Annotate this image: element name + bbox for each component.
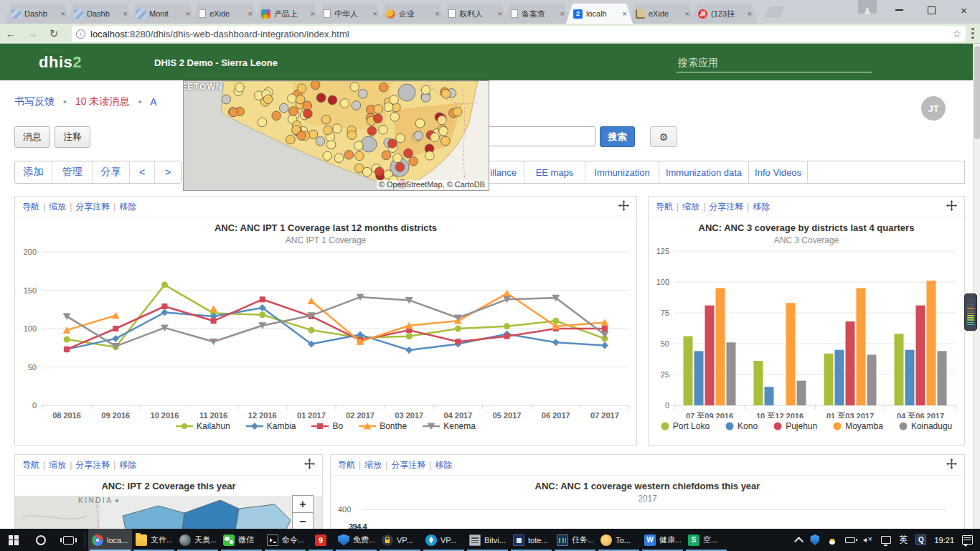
prev-button[interactable]: < [130,161,155,183]
map-popup[interactable]: EETOWN © OpenStreetMap, © CartoDB [183,80,489,191]
tab-close-icon[interactable]: × [309,9,316,18]
dhis-logo[interactable]: dhis2 [39,53,82,72]
tray-expand-icon[interactable] [795,537,804,546]
maximize-button[interactable] [915,0,948,20]
tab-close-icon[interactable]: × [122,9,129,18]
avatar[interactable]: JT [921,96,946,121]
tray-q-badge[interactable]: Q [915,534,926,545]
taskbar-app-10-tote[interactable]: tote... [509,529,553,551]
panel-share-link[interactable]: 分享注释 [709,201,743,213]
dashboard-tab-ee-maps[interactable]: EE maps [524,161,585,183]
tab-close-icon[interactable]: × [496,9,504,18]
line-chart-svg[interactable]: 05010015020008 201609 201610 201611 2016… [15,245,636,418]
tray-volume-muted-icon[interactable] [863,536,873,545]
browser-tab-4[interactable]: 产品上× [254,4,321,24]
action-center-icon[interactable] [962,535,973,545]
scrollbar-thumb[interactable] [974,46,980,139]
panel-zoom-link[interactable]: 缩放 [364,459,382,471]
panel-move-icon[interactable] [618,200,629,213]
add-button[interactable]: 添加 [15,161,52,183]
tray-qq-icon[interactable] [827,534,837,545]
map-zoom-in-button[interactable]: + [292,495,314,513]
taskbar-app-6-shield[interactable]: 免费... [334,529,378,551]
taskbar-app-1-folder[interactable]: 文件... [132,529,176,551]
panel-nav-link[interactable]: 导航 [656,201,673,213]
browser-tab-1[interactable]: Dashb× [67,4,133,24]
legend-item-port-loko[interactable]: Port Loko [661,421,710,431]
panel-remove-link[interactable]: 移除 [119,201,136,213]
omnibox[interactable]: i localhost:8280/dhis/dhis-web-dashboard… [72,26,966,42]
legend-item-koinadugu[interactable]: Koinadugu [899,421,952,431]
reload-button[interactable]: ↻ [43,27,65,40]
browser-tab-2[interactable]: Monit× [129,4,196,24]
close-button[interactable]: × [948,0,980,20]
apps-grid-icon[interactable] [887,100,903,116]
panel-zoom-link[interactable]: 缩放 [49,459,66,471]
url-text[interactable]: localhost:8280/dhis/dhis-web-dashboard-i… [90,29,948,39]
taskbar-app-11-taskmgr[interactable]: 任务... [553,529,597,551]
browser-tab-3[interactable]: eXide× [192,4,258,24]
partial-link[interactable]: A [150,96,156,108]
tray-language-indicator[interactable]: 英 [899,534,908,546]
browser-tab-5[interactable]: 中华人× [316,4,383,24]
tray-battery-icon[interactable] [845,537,855,543]
tab-close-icon[interactable]: × [184,9,192,18]
browser-tab-7[interactable]: 权利人× [441,4,508,24]
legend-item-kenema[interactable]: Kenema [423,421,476,431]
page-scrollbar[interactable] [973,44,980,529]
task-view-button[interactable] [55,529,82,551]
panel-share-link[interactable]: 分享注释 [75,201,110,213]
browser-profile-icon[interactable] [858,0,877,14]
browser-tab-8[interactable]: 备案查× [504,4,570,24]
taskbar-app-8-compass[interactable]: VP... [422,529,466,551]
taskbar-app-3-wechat[interactable]: 微信 [220,529,263,551]
tray-network-icon[interactable] [881,536,891,544]
manage-button[interactable]: 管理 [52,161,93,183]
taskbar-app-7-lock[interactable]: VP... [378,529,422,551]
panel-share-link[interactable]: 分享注释 [75,459,110,471]
tray-clock[interactable]: 19:21 [934,536,954,545]
next-button[interactable]: > [155,161,181,183]
tab-close-icon[interactable]: × [684,9,691,18]
panel-remove-link[interactable]: 移除 [753,201,770,213]
legend-item-bo[interactable]: Bo [311,421,343,431]
browser-menu-icon[interactable] [971,28,974,39]
panel-nav-link[interactable]: 导航 [22,201,39,213]
taskbar-app-13-blueW[interactable]: W健康... [641,529,684,551]
taskbar-app-2-globe[interactable]: 天奥... [176,529,220,551]
feedback-link[interactable]: 书写反馈 [14,95,55,108]
taskbar-app-4-cmd[interactable]: 命令... [263,529,307,551]
settings-gear-button[interactable]: ⚙ [650,126,677,147]
panel-share-link[interactable]: 分享注释 [391,459,425,471]
annotations-button[interactable]: 注释 [55,126,90,148]
legend-item-bonthe[interactable]: Bonthe [359,421,407,431]
bubble-map[interactable] [184,81,489,191]
dashboard-tab-immunization[interactable]: Immunization [585,161,659,183]
tab-close-icon[interactable]: × [372,9,379,18]
app-search-input[interactable] [677,55,872,72]
search-button[interactable]: 搜索 [600,126,635,147]
unread-messages-link[interactable]: 10 未读消息 [75,95,129,108]
new-tab-button[interactable] [765,6,785,18]
panel-zoom-link[interactable]: 缩放 [49,201,66,213]
back-button[interactable]: ← [0,27,22,39]
browser-tab-6[interactable]: 企业× [379,4,446,24]
legend-item-moyamba[interactable]: Moyamba [833,421,883,431]
page-info-icon[interactable]: i [76,29,85,39]
share-button[interactable]: 分享 [93,161,130,183]
cortana-button[interactable] [27,529,55,551]
browser-tab-0[interactable]: Dashb× [4,4,71,24]
browser-tab-10[interactable]: eXide× [628,4,695,24]
browser-tab-11[interactable]: 易(123挂× [691,4,758,24]
tab-close-icon[interactable]: × [559,9,566,18]
taskbar-app-0-chrome[interactable]: loca... [88,529,132,551]
taskbar-app-9-bitvise[interactable]: Bitvi... [466,529,509,551]
taskbar-app-12-tomcat[interactable]: To... [597,529,641,551]
browser-tab-9[interactable]: 2localh× [566,4,633,24]
legend-item-kailahun[interactable]: Kailahun [176,421,230,431]
tray-shield-icon[interactable] [810,534,819,545]
bookmark-star-icon[interactable]: ☆ [952,28,961,39]
panel-nav-link[interactable]: 导航 [338,459,355,471]
panel-move-icon[interactable] [946,458,957,471]
panel-zoom-link[interactable]: 缩放 [682,201,699,213]
